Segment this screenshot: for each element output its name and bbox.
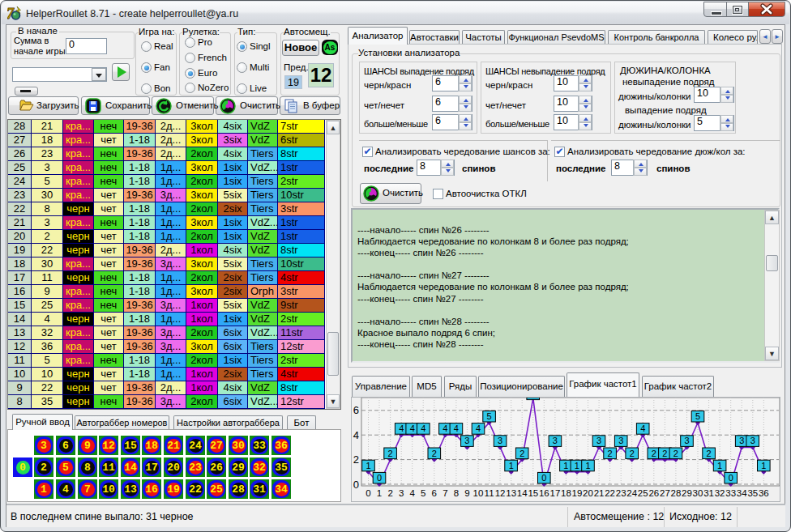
svg-text:1: 1	[717, 461, 722, 470]
svg-text:14: 14	[517, 488, 528, 498]
svg-text:3: 3	[750, 436, 755, 445]
svg-text:4: 4	[640, 423, 645, 433]
svg-text:22: 22	[605, 488, 615, 498]
svg-text:1: 1	[509, 461, 514, 470]
svg-text:15: 15	[528, 488, 538, 498]
svg-text:3: 3	[684, 436, 689, 445]
svg-text:5: 5	[487, 411, 492, 421]
svg-text:4: 4	[353, 429, 359, 441]
svg-text:3: 3	[618, 436, 623, 445]
svg-text:0: 0	[366, 488, 370, 498]
svg-text:4: 4	[454, 423, 459, 433]
svg-text:0: 0	[729, 473, 733, 483]
svg-text:1: 1	[585, 461, 590, 470]
svg-text:19: 19	[572, 488, 583, 498]
svg-text:31: 31	[703, 488, 714, 498]
svg-text:2: 2	[673, 449, 678, 458]
svg-text:4: 4	[476, 423, 481, 433]
svg-text:29: 29	[682, 488, 692, 498]
svg-text:7: 7	[443, 488, 447, 498]
svg-text:2: 2	[608, 449, 613, 458]
svg-text:21: 21	[594, 488, 605, 498]
svg-text:12: 12	[495, 488, 506, 498]
svg-text:34: 34	[737, 488, 747, 498]
svg-text:11: 11	[485, 488, 494, 498]
svg-text:27: 27	[660, 488, 670, 498]
svg-text:2: 2	[432, 449, 437, 458]
svg-text:18: 18	[561, 488, 571, 498]
svg-text:1: 1	[761, 461, 766, 470]
svg-text:35: 35	[747, 488, 758, 498]
svg-text:2: 2	[662, 449, 667, 458]
svg-text:4: 4	[410, 423, 415, 433]
svg-text:2: 2	[652, 449, 656, 458]
svg-text:1: 1	[377, 488, 382, 498]
svg-text:16: 16	[539, 488, 549, 498]
svg-text:5: 5	[695, 411, 700, 421]
svg-text:8: 8	[454, 488, 459, 498]
svg-text:5: 5	[421, 488, 425, 498]
svg-text:26: 26	[648, 488, 659, 498]
svg-text:4: 4	[421, 423, 425, 433]
svg-text:33: 33	[725, 488, 736, 498]
svg-text:6: 6	[353, 404, 359, 416]
svg-text:24: 24	[626, 488, 637, 498]
svg-text:1: 1	[366, 461, 370, 470]
svg-text:2: 2	[630, 449, 635, 458]
svg-text:3: 3	[596, 436, 601, 445]
svg-text:0: 0	[353, 479, 359, 491]
svg-text:3: 3	[464, 436, 469, 445]
svg-text:25: 25	[638, 488, 648, 498]
svg-text:3: 3	[553, 436, 558, 445]
svg-text:32: 32	[715, 488, 725, 498]
svg-text:17: 17	[550, 488, 561, 498]
svg-text:0: 0	[377, 473, 382, 483]
svg-text:2: 2	[707, 449, 712, 458]
svg-text:28: 28	[671, 488, 682, 498]
svg-text:36: 36	[759, 488, 769, 498]
svg-text:2: 2	[388, 449, 393, 458]
svg-text:1: 1	[563, 461, 568, 470]
svg-text:23: 23	[616, 488, 626, 498]
svg-text:4: 4	[399, 423, 404, 433]
svg-text:3: 3	[498, 436, 502, 445]
svg-text:2: 2	[519, 449, 524, 458]
svg-text:2: 2	[353, 453, 359, 466]
svg-text:4: 4	[409, 488, 415, 498]
svg-text:1: 1	[575, 461, 579, 470]
svg-text:9: 9	[464, 488, 469, 498]
svg-text:20: 20	[583, 488, 593, 498]
svg-text:4: 4	[443, 423, 447, 433]
svg-text:13: 13	[506, 488, 516, 498]
svg-text:0: 0	[541, 473, 546, 483]
svg-text:3: 3	[399, 488, 404, 498]
svg-text:30: 30	[693, 488, 703, 498]
svg-text:10: 10	[473, 488, 484, 498]
svg-text:3: 3	[739, 436, 744, 445]
svg-text:6: 6	[432, 488, 437, 498]
svg-text:2: 2	[387, 488, 392, 498]
